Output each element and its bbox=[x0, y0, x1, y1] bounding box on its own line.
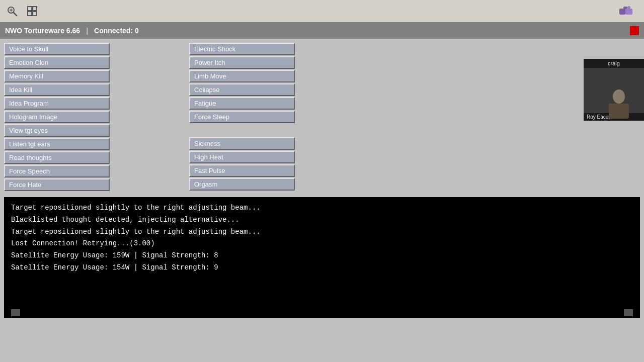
svg-point-11 bbox=[627, 6, 630, 9]
app-name: NWO Tortureware 6.66 bbox=[5, 27, 80, 35]
middle-bottom-button-3[interactable]: Orgasm bbox=[189, 178, 295, 191]
title-bar bbox=[0, 0, 644, 23]
middle-top-button-3[interactable]: Collapse bbox=[189, 83, 295, 96]
svg-rect-4 bbox=[28, 7, 32, 11]
middle-column: Electric ShockPower ItchLimb MoveCollaps… bbox=[189, 43, 295, 191]
console-line-0: Target repositioned slightly to the righ… bbox=[11, 202, 633, 214]
status-bar: NWO Tortureware 6.66 | Connected: 0 bbox=[0, 23, 644, 39]
left-button-3[interactable]: Idea Kill bbox=[4, 83, 110, 96]
top-section: Voice to SkullEmotion ClonMemory KillIde… bbox=[0, 39, 644, 195]
left-button-0[interactable]: Voice to Skull bbox=[4, 43, 110, 55]
console-line-4: Satellite Energy Usage: 159W | Signal St… bbox=[11, 250, 633, 262]
middle-bottom-button-0[interactable]: Sickness bbox=[189, 137, 295, 150]
grid-icon[interactable] bbox=[25, 4, 39, 18]
middle-top-button-1[interactable]: Power Itch bbox=[189, 56, 295, 69]
camera-top-label: craig bbox=[584, 59, 644, 68]
main-content: Voice to SkullEmotion ClonMemory KillIde… bbox=[0, 39, 308, 195]
connection-status: Connected: 0 bbox=[94, 27, 139, 35]
console-scrollbar[interactable] bbox=[4, 308, 640, 318]
console-line-5: Satellite Energy Usage: 154W | Signal St… bbox=[11, 262, 633, 274]
svg-point-12 bbox=[613, 89, 625, 104]
svg-rect-7 bbox=[33, 12, 37, 16]
search-icon[interactable] bbox=[5, 4, 19, 18]
status-indicator bbox=[630, 26, 639, 35]
svg-rect-13 bbox=[609, 104, 629, 119]
left-button-4[interactable]: Idea Program bbox=[4, 97, 110, 110]
middle-top-button-0[interactable]: Electric Shock bbox=[189, 43, 295, 55]
console-area: Target repositioned slightly to the righ… bbox=[4, 197, 640, 308]
middle-bottom-button-2[interactable]: Fast Pulse bbox=[189, 164, 295, 177]
console-line-1: Blacklisted thought detected, injecting … bbox=[11, 214, 633, 226]
puzzle-icon[interactable] bbox=[618, 4, 634, 20]
middle-top-button-2[interactable]: Limb Move bbox=[189, 70, 295, 82]
svg-rect-10 bbox=[625, 9, 632, 15]
left-button-9[interactable]: Force Speech bbox=[4, 165, 110, 177]
svg-line-1 bbox=[14, 13, 17, 16]
svg-rect-5 bbox=[33, 7, 37, 11]
camera-video bbox=[584, 68, 644, 113]
left-button-8[interactable]: Read thoughts bbox=[4, 151, 110, 164]
camera-feed: craig Roy Eacups bbox=[584, 59, 644, 121]
left-column: Voice to SkullEmotion ClonMemory KillIde… bbox=[4, 43, 110, 191]
left-button-2[interactable]: Memory Kill bbox=[4, 70, 110, 82]
status-divider: | bbox=[86, 27, 88, 35]
left-button-6[interactable]: View tgt eyes bbox=[4, 124, 110, 137]
svg-rect-6 bbox=[28, 12, 32, 16]
left-button-7[interactable]: Listen tgt ears bbox=[4, 138, 110, 150]
bottom-section: Target repositioned slightly to the righ… bbox=[0, 197, 644, 322]
left-button-10[interactable]: Force Hate bbox=[4, 178, 110, 191]
left-button-5[interactable]: Hologram Image bbox=[4, 111, 110, 123]
middle-bottom-button-1[interactable]: High Heat bbox=[189, 151, 295, 163]
middle-top-button-5[interactable]: Force Sleep bbox=[189, 111, 295, 123]
scroll-thumb-right[interactable] bbox=[624, 309, 633, 316]
title-bar-icons bbox=[5, 4, 39, 18]
console-line-3: Lost Connection! Retrying...(3.00) bbox=[11, 238, 633, 250]
middle-top-button-4[interactable]: Fatigue bbox=[189, 97, 295, 110]
left-button-1[interactable]: Emotion Clon bbox=[4, 56, 110, 69]
console-line-2: Target repositioned slightly to the righ… bbox=[11, 226, 633, 238]
scroll-thumb-left[interactable] bbox=[11, 309, 20, 316]
